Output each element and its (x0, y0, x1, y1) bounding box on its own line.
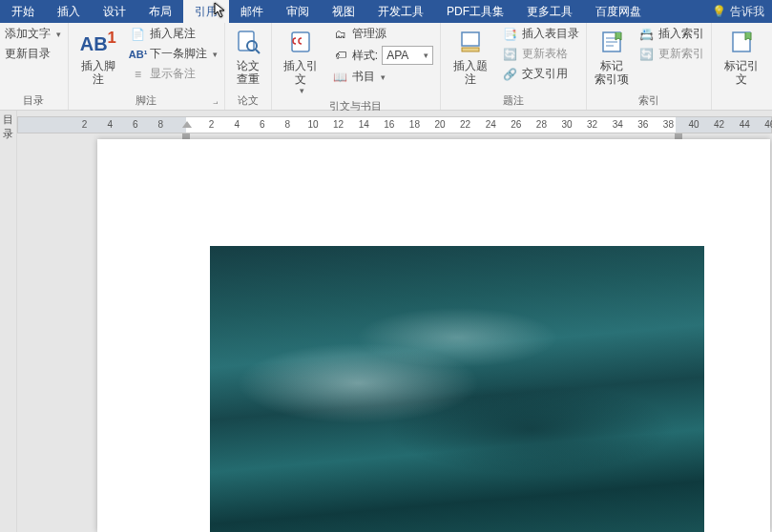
tab-pdf[interactable]: PDF工具集 (435, 0, 515, 23)
manage-sources-button[interactable]: 🗂 管理源 (330, 25, 436, 43)
mark-citation-icon (726, 27, 757, 57)
insert-index-button[interactable]: 📇 插入索引 (636, 25, 707, 43)
ruler-tick: 44 (740, 119, 750, 130)
bibliography-label: 书目 (352, 69, 375, 85)
ruler-tick: 4 (107, 119, 113, 130)
mark-entry-label: 标记 索引项 (595, 59, 629, 86)
insert-tof-button[interactable]: 📑 插入表目录 (500, 25, 582, 43)
insert-caption-label: 插入题注 (449, 59, 492, 86)
ruler-tick: 4 (234, 119, 240, 130)
group-index-label: 索引 (591, 92, 707, 110)
menu-tabs: 开始 插入 设计 布局 引用 邮件 审阅 视图 开发工具 PDF工具集 更多工具… (0, 0, 772, 23)
ruler-tick: 6 (260, 119, 265, 130)
ruler-tick: 20 (434, 119, 445, 130)
group-footnotes: AB1 插入脚注 📄 插入尾注 AB¹ 下一条脚注 ≡ 显示备注 脚注 (69, 23, 225, 110)
tab-insert[interactable]: 插入 (46, 0, 92, 23)
ruler-tick: 34 (613, 119, 623, 130)
tab-baidu[interactable]: 百度网盘 (584, 0, 653, 23)
tell-me[interactable]: 💡 告诉我 (704, 4, 772, 20)
ruler-tick: 36 (637, 119, 648, 130)
tab-start[interactable]: 开始 (0, 0, 46, 23)
tab-references[interactable]: 引用 (183, 0, 229, 23)
ruler-tick: 18 (409, 119, 420, 130)
ruler-tick: 10 (307, 119, 318, 130)
group-toc: 添加文字 更新目录 目录 (0, 23, 69, 110)
thesis-check-label: 论文 查重 (237, 59, 260, 86)
insert-caption-button[interactable]: 插入题注 (445, 25, 496, 88)
tab-mail[interactable]: 邮件 (229, 0, 275, 23)
inserted-image-water[interactable] (210, 246, 704, 532)
style-select[interactable]: APA (382, 46, 433, 65)
style-row: 🏷 样式: APA (330, 45, 436, 66)
mark-citation-button[interactable]: 标记引文 (716, 25, 768, 88)
show-notes-button[interactable]: ≡ 显示备注 (128, 65, 220, 83)
ruler-tick: 38 (663, 119, 674, 130)
svg-rect-5 (462, 48, 479, 51)
ruler-tick: 8 (158, 119, 164, 130)
horizontal-ruler[interactable]: 8642246810121416182022242628303234363840… (17, 116, 772, 133)
tab-layout[interactable]: 布局 (137, 0, 183, 23)
show-notes-label: 显示备注 (150, 66, 196, 82)
tab-more[interactable]: 更多工具 (515, 0, 584, 23)
insert-footnote-button[interactable]: AB1 插入脚注 (73, 25, 124, 88)
group-index: 标记 索引项 📇 插入索引 🔄 更新索引 索引 (587, 23, 712, 110)
add-text-label: 添加文字 (5, 26, 51, 42)
group-toc-label: 目录 (2, 92, 64, 110)
update-toc-button[interactable]: 更新目录 (2, 45, 64, 63)
insert-endnote-label: 插入尾注 (150, 26, 196, 42)
update-table-icon: 🔄 (503, 47, 518, 62)
update-index-button[interactable]: 🔄 更新索引 (636, 45, 707, 63)
tab-review[interactable]: 审阅 (275, 0, 321, 23)
ruler-tick: 14 (359, 119, 369, 130)
tab-view[interactable]: 视图 (321, 0, 366, 23)
endnote-icon: 📄 (131, 27, 146, 42)
insert-index-label: 插入索引 (658, 26, 704, 42)
ruler-tick: 12 (333, 119, 344, 130)
svg-rect-3 (292, 32, 309, 51)
style-label: 样式: (352, 48, 378, 64)
tab-devtools[interactable]: 开发工具 (366, 0, 435, 23)
add-text-button[interactable]: 添加文字 (2, 25, 64, 43)
next-footnote-label: 下一条脚注 (150, 46, 207, 62)
style-icon: 🏷 (333, 48, 348, 63)
cross-ref-button[interactable]: 🔗 交叉引用 (500, 65, 582, 83)
group-captions-label: 题注 (445, 92, 582, 110)
group-captions: 插入题注 📑 插入表目录 🔄 更新表格 🔗 交叉引用 题注 (441, 23, 587, 110)
nav-pane-strip[interactable]: 目录 (0, 111, 17, 532)
group-toa: 标记引文 (712, 23, 772, 110)
mark-entry-button[interactable]: 标记 索引项 (591, 25, 633, 88)
document-area: 目录 8642246810121416182022242628303234363… (0, 111, 772, 532)
ruler-tick: 6 (133, 119, 138, 130)
next-footnote-button[interactable]: AB¹ 下一条脚注 (128, 45, 220, 63)
insert-endnote-button[interactable]: 📄 插入尾注 (128, 25, 220, 43)
thesis-check-button[interactable]: 论文 查重 (229, 25, 267, 88)
ruler-tick: 28 (536, 119, 547, 130)
update-table-label: 更新表格 (522, 46, 568, 62)
group-thesis: 论文 查重 论文 (225, 23, 272, 110)
ruler-tick: 24 (486, 119, 496, 130)
first-line-indent-marker[interactable] (182, 121, 192, 128)
insert-footnote-label: 插入脚注 (76, 59, 120, 86)
ribbon: 添加文字 更新目录 目录 AB1 插入脚注 📄 插入尾注 AB¹ 下一条脚注 (0, 23, 772, 111)
ruler-tick: 8 (285, 119, 291, 130)
cross-ref-icon: 🔗 (503, 67, 518, 82)
insert-citation-label: 插入引文 (280, 59, 323, 86)
ruler-tick: 30 (561, 119, 572, 130)
lightbulb-icon: 💡 (712, 5, 726, 18)
svg-rect-4 (462, 32, 479, 46)
tab-design[interactable]: 设计 (92, 0, 137, 23)
ruler-tick: 2 (209, 119, 215, 130)
manage-sources-label: 管理源 (352, 26, 386, 42)
svg-line-2 (256, 50, 260, 53)
group-toa-label (716, 106, 768, 110)
document-page[interactable] (97, 139, 770, 532)
caption-icon (455, 27, 486, 57)
tell-me-label: 告诉我 (730, 4, 764, 20)
footnote-icon: AB1 (83, 27, 114, 57)
insert-citation-button[interactable]: 插入引文 (276, 25, 326, 97)
update-table-button[interactable]: 🔄 更新表格 (500, 45, 582, 63)
ruler-tick: 40 (688, 119, 699, 130)
bibliography-button[interactable]: 📖 书目 (330, 68, 436, 86)
bibliography-icon: 📖 (333, 70, 348, 85)
ruler-tick: 42 (714, 119, 724, 130)
